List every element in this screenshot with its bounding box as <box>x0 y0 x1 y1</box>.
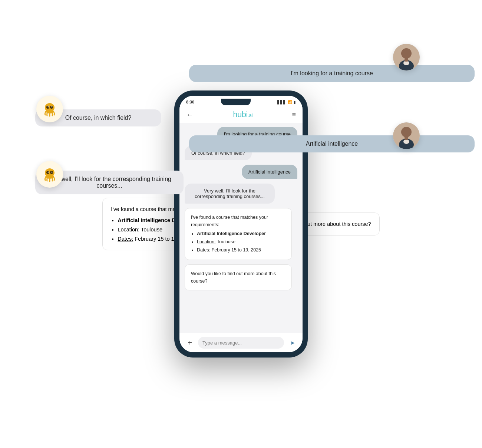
floating-bubble-user-2: Artificial intelligence <box>189 135 475 152</box>
bot-avatar-2 <box>36 161 63 188</box>
user-avatar-2 <box>393 122 420 149</box>
svg-point-4 <box>52 106 53 108</box>
wifi-icon: 📶 <box>288 100 292 104</box>
battery-icon: ▮ <box>294 100 296 104</box>
status-bar: 8:30 ▋▋▋ 📶 ▮ <box>179 96 303 107</box>
message-user-2: Artificial intelligence <box>242 165 297 179</box>
bot-avatar-1 <box>36 96 63 122</box>
notch <box>221 99 251 105</box>
message-bot-question: Would you like to find out more about th… <box>185 264 292 290</box>
phone-screen: 8:30 ▋▋▋ 📶 ▮ ← hubi.ai ≡ I'm looki <box>179 96 303 352</box>
menu-button[interactable]: ≡ <box>292 111 296 119</box>
clock: 8:30 <box>186 100 194 104</box>
status-icons: ▋▋▋ 📶 ▮ <box>277 100 296 104</box>
message-input[interactable] <box>198 337 284 349</box>
chat-area: I'm looking for a training course Of cou… <box>179 123 303 333</box>
svg-point-5 <box>46 110 53 113</box>
svg-rect-21 <box>405 136 408 140</box>
attach-button[interactable]: + <box>185 337 195 348</box>
message-bot-2: Very well, I'll look for the correspondi… <box>185 184 275 204</box>
message-bot-card: I've found a course that matches your re… <box>185 208 292 260</box>
floating-bubble-user-1: I'm looking for a training course <box>189 65 475 82</box>
signal-icon: ▋▋▋ <box>277 100 286 104</box>
svg-point-10 <box>52 172 53 173</box>
app-logo: hubi.ai <box>233 110 252 119</box>
svg-point-3 <box>48 106 49 108</box>
svg-point-11 <box>46 175 53 179</box>
back-button[interactable]: ← <box>186 111 194 119</box>
svg-point-9 <box>48 172 49 173</box>
svg-point-13 <box>401 48 412 59</box>
svg-point-18 <box>401 127 412 137</box>
svg-rect-16 <box>405 58 408 62</box>
input-bar: + ➤ <box>179 333 303 352</box>
user-avatar-1 <box>393 44 420 70</box>
app-header: ← hubi.ai ≡ <box>179 107 303 123</box>
send-button[interactable]: ➤ <box>287 337 297 348</box>
phone-device: 8:30 ▋▋▋ 📶 ▮ ← hubi.ai ≡ I'm looki <box>174 90 308 358</box>
main-scene: I'm looking for a training course Of cou… <box>0 0 482 448</box>
